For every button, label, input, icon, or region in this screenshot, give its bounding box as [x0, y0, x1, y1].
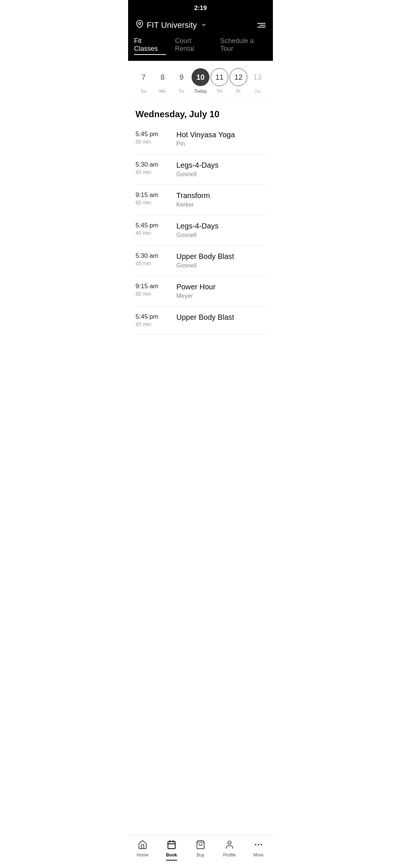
- class-name-3: Transform: [176, 191, 265, 200]
- date-item-12[interactable]: 12 Fr: [229, 68, 247, 94]
- class-time-main-2: 5:30 am: [136, 161, 169, 168]
- class-time-main-1: 5:45 pm: [136, 131, 169, 138]
- class-info-5: Upper Body Blast Gosnell: [176, 252, 265, 269]
- class-item-4[interactable]: 5:45 pm 45 min Legs-4-Days Gosnell: [136, 215, 265, 246]
- date-picker: 7 Su 8 Mo 9 Tu 10 Today 11 Th 12 Fr 13 S…: [128, 61, 273, 102]
- class-time-4: 5:45 pm 45 min: [136, 222, 169, 236]
- nav-tabs: Fit Classes Court Rental Schedule a Tour: [128, 36, 273, 61]
- status-time: 2:19: [194, 4, 207, 11]
- date-item-7[interactable]: 7 Su: [135, 68, 153, 94]
- svg-point-8: [258, 844, 259, 845]
- header-title: FIT University: [147, 20, 197, 30]
- class-name-7: Upper Body Blast: [176, 313, 265, 322]
- class-name-1: Hot Vinyasa Yoga: [176, 131, 265, 139]
- class-time-main-5: 5:30 am: [136, 252, 169, 260]
- class-name-4: Legs-4-Days: [176, 222, 265, 230]
- nav-item-profile[interactable]: Profile: [216, 840, 242, 861]
- tab-fit-classes[interactable]: Fit Classes: [134, 36, 166, 55]
- date-label-su: Su: [141, 88, 147, 94]
- class-item-5[interactable]: 5:30 am 45 min Upper Body Blast Gosnell: [136, 246, 265, 276]
- book-icon: [167, 840, 176, 851]
- class-time-1: 5:45 pm 60 min: [136, 131, 169, 145]
- date-item-8[interactable]: 8 Mo: [154, 68, 172, 94]
- class-name-5: Upper Body Blast: [176, 252, 265, 261]
- date-label-th: Th: [217, 88, 222, 94]
- class-info-1: Hot Vinyasa Yoga Pin: [176, 131, 265, 147]
- date-label-sa: Sa: [254, 88, 260, 94]
- date-number-13: 13: [248, 68, 266, 86]
- date-item-11[interactable]: 11 Th: [211, 68, 228, 94]
- date-number-8: 8: [154, 68, 172, 86]
- class-duration-5: 45 min: [136, 260, 169, 266]
- nav-label-buy: Buy: [197, 852, 205, 858]
- class-instructor-4: Gosnell: [176, 232, 265, 239]
- date-label-today: Today: [194, 88, 207, 94]
- class-list: 5:45 pm 60 min Hot Vinyasa Yoga Pin 5:30…: [128, 124, 273, 334]
- class-item-2[interactable]: 5:30 am 45 min Legs-4-Days Gosnell: [136, 154, 265, 185]
- class-instructor-2: Gosnell: [176, 171, 265, 178]
- class-item-3[interactable]: 9:15 am 60 min Transform Kerker: [136, 185, 265, 215]
- date-item-9[interactable]: 9 Tu: [173, 68, 190, 94]
- chevron-down-icon[interactable]: [201, 22, 206, 29]
- nav-label-home: Home: [137, 852, 149, 858]
- class-duration-1: 60 min: [136, 139, 169, 145]
- class-item-7[interactable]: 5:45 pm 45 min Upper Body Blast: [136, 306, 265, 334]
- date-number-7: 7: [135, 68, 153, 86]
- svg-rect-1: [168, 841, 175, 849]
- class-time-5: 5:30 am 45 min: [136, 252, 169, 266]
- date-label-mo: Mo: [159, 88, 166, 94]
- date-item-10[interactable]: 10 Today: [192, 68, 209, 94]
- class-duration-6: 60 min: [136, 291, 169, 297]
- date-item-13[interactable]: 13 Sa: [248, 68, 266, 94]
- svg-point-9: [261, 844, 262, 845]
- class-time-main-7: 5:45 pm: [136, 313, 169, 320]
- class-info-2: Legs-4-Days Gosnell: [176, 161, 265, 178]
- date-label-tu: Tu: [179, 88, 184, 94]
- class-time-6: 9:15 am 60 min: [136, 283, 169, 297]
- class-item-1[interactable]: 5:45 pm 60 min Hot Vinyasa Yoga Pin: [136, 124, 265, 154]
- class-name-2: Legs-4-Days: [176, 161, 265, 170]
- nav-item-home[interactable]: Home: [130, 840, 156, 861]
- svg-point-6: [228, 841, 231, 844]
- class-name-6: Power Hour: [176, 283, 265, 291]
- nav-item-buy[interactable]: Buy: [188, 840, 213, 861]
- class-time-main-4: 5:45 pm: [136, 222, 169, 229]
- date-number-11: 11: [211, 68, 228, 86]
- class-duration-4: 45 min: [136, 230, 169, 236]
- svg-point-7: [255, 844, 256, 845]
- class-instructor-3: Kerker: [176, 201, 265, 208]
- nav-item-more[interactable]: More: [245, 840, 271, 861]
- class-time-2: 5:30 am 45 min: [136, 161, 169, 175]
- location-icon: [136, 20, 144, 30]
- more-icon: [254, 840, 263, 851]
- class-time-3: 9:15 am 60 min: [136, 191, 169, 206]
- class-instructor-6: Meyer: [176, 293, 265, 299]
- header: FIT University: [128, 15, 273, 36]
- class-time-main-6: 9:15 am: [136, 283, 169, 290]
- tab-schedule-tour[interactable]: Schedule a Tour: [220, 36, 267, 55]
- tab-court-rental[interactable]: Court Rental: [175, 36, 211, 55]
- class-duration-7: 45 min: [136, 321, 169, 327]
- class-info-3: Transform Kerker: [176, 191, 265, 208]
- profile-icon: [225, 840, 234, 851]
- bottom-nav: Home Book Buy: [128, 835, 273, 868]
- nav-label-book: Book: [166, 852, 177, 858]
- class-instructor-5: Gosnell: [176, 262, 265, 269]
- section-title: Wednesday, July 10: [128, 102, 273, 124]
- nav-item-book[interactable]: Book: [159, 840, 185, 861]
- buy-icon: [196, 840, 205, 851]
- nav-label-more: More: [253, 852, 263, 858]
- date-number-9: 9: [173, 68, 190, 86]
- class-duration-2: 45 min: [136, 169, 169, 175]
- header-left[interactable]: FIT University: [136, 20, 206, 30]
- content-area: Wednesday, July 10 5:45 pm 60 min Hot Vi…: [128, 102, 273, 371]
- home-icon: [138, 840, 147, 851]
- status-bar: 2:19: [128, 0, 273, 15]
- class-instructor-1: Pin: [176, 141, 265, 147]
- svg-point-0: [138, 22, 141, 24]
- class-time-7: 5:45 pm 45 min: [136, 313, 169, 327]
- class-item-6[interactable]: 9:15 am 60 min Power Hour Meyer: [136, 276, 265, 306]
- filter-icon[interactable]: [257, 23, 265, 27]
- class-info-6: Power Hour Meyer: [176, 283, 265, 299]
- class-duration-3: 60 min: [136, 200, 169, 206]
